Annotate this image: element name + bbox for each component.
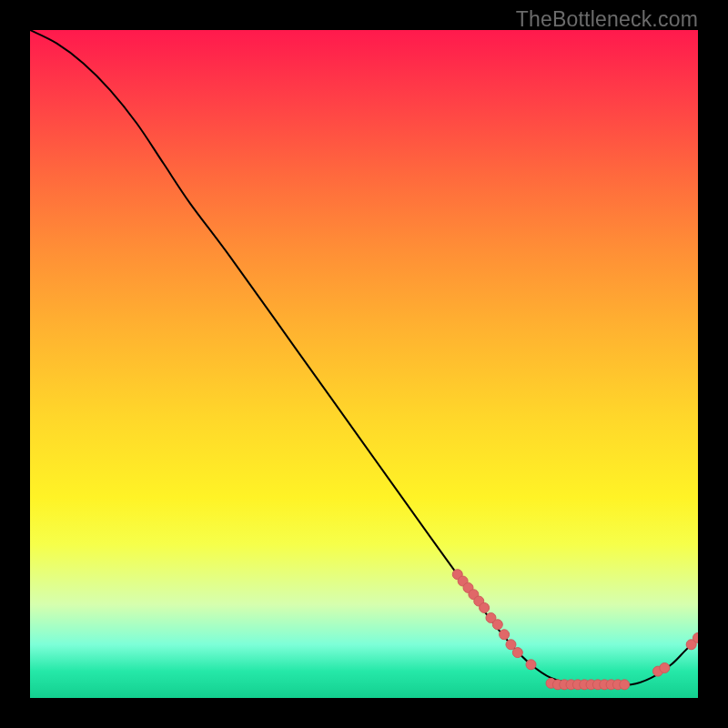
chart-stage: TheBottleneck.com [0, 0, 728, 728]
branding-label: TheBottleneck.com [516, 7, 698, 32]
gradient-plot-area [30, 30, 698, 698]
